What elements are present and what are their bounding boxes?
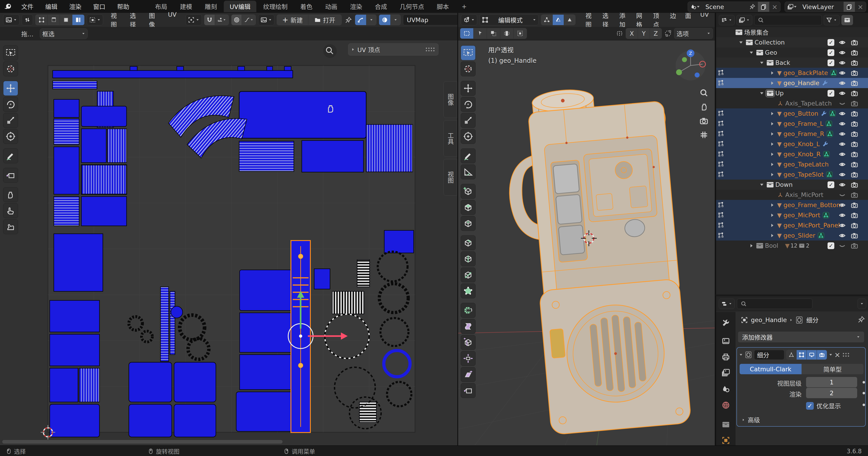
outliner-display-mode-dropdown[interactable] <box>737 15 752 25</box>
uv-image-new-button[interactable]: +新建 <box>277 15 308 25</box>
viewport-canvas[interactable] <box>458 40 715 445</box>
vp-zoom-icon[interactable] <box>700 89 708 97</box>
outliner-row-geo_MicPort_Panel[interactable]: ▼geo_MicPort_Panel <box>716 220 868 230</box>
vp-menu-view[interactable]: 视图 <box>582 13 597 27</box>
uv-overlays-toggle[interactable] <box>379 15 391 25</box>
optimal-display-checkbox[interactable]: ✓ <box>806 402 814 410</box>
properties-pin-icon[interactable] <box>858 316 865 323</box>
cam-toggle-icon[interactable] <box>850 169 859 180</box>
cam-toggle-icon[interactable] <box>850 200 859 210</box>
eye-toggle-icon[interactable] <box>838 37 847 47</box>
vp-falloff-icon[interactable] <box>664 30 672 37</box>
vp-options-dropdown[interactable]: 选项 <box>674 28 713 39</box>
modifier-render-toggle[interactable] <box>817 350 827 360</box>
modifier-drag-grip-icon[interactable] <box>842 352 850 357</box>
vp-ortho-toggle-icon[interactable] <box>700 131 708 139</box>
rotate-tool[interactable] <box>3 97 18 112</box>
uv-vertex-panel-grip-icon[interactable] <box>425 47 435 52</box>
outliner-row-场景集合[interactable]: 场景集合 <box>716 27 868 37</box>
collection-checkbox[interactable]: ✓ <box>827 37 835 47</box>
shrink-fatten-tool[interactable] <box>461 351 475 366</box>
tab-collection-icon[interactable] <box>719 418 733 431</box>
workspace-tab-geometry-nodes[interactable]: 几何节点 <box>394 1 430 12</box>
rotate-tool[interactable] <box>461 97 475 112</box>
outliner-row-geo_TapeLatch[interactable]: ▼geo_TapeLatch <box>716 159 868 169</box>
uv-snap-settings-dropdown[interactable] <box>215 15 229 25</box>
cursor-tool[interactable] <box>3 61 18 76</box>
uv-falloff-dropdown[interactable] <box>242 15 256 25</box>
eye-toggle-icon[interactable] <box>838 68 847 78</box>
collection-checkbox[interactable]: ✓ <box>827 47 835 58</box>
expand-closed-icon[interactable] <box>770 111 775 116</box>
tab-object-icon[interactable] <box>719 434 733 447</box>
workspace-tab-scripting[interactable]: 脚本 <box>431 1 455 12</box>
properties-search-input[interactable] <box>737 299 812 309</box>
levels-viewport-field[interactable]: 1 <box>806 377 857 387</box>
uv-overlays-dropdown[interactable] <box>391 15 401 25</box>
uv-pivot-dropdown[interactable] <box>186 14 202 25</box>
levels-render-field[interactable]: 2 <box>806 388 857 398</box>
outliner-row-geo_BackPlate[interactable]: ▼geo_BackPlate <box>716 68 868 78</box>
vp-select-box-variant[interactable] <box>460 28 473 39</box>
expand-closed-icon[interactable] <box>749 243 754 249</box>
outliner-row-Geo[interactable]: Geo✓ <box>716 47 868 58</box>
collection-checkbox[interactable]: ✓ <box>827 58 835 68</box>
outliner-row-Down[interactable]: Down✓ <box>716 180 868 190</box>
modifier-delete-button[interactable]: × <box>834 351 840 358</box>
subdiv-simple-button[interactable]: 简单型 <box>802 364 864 374</box>
scene-pin-icon[interactable] <box>747 2 758 12</box>
outliner-editor-type-dropdown[interactable] <box>719 15 735 25</box>
expand-open-icon[interactable] <box>759 182 765 188</box>
scale-tool[interactable] <box>461 113 475 128</box>
cam-toggle-icon[interactable] <box>850 220 859 230</box>
spin-tool[interactable] <box>461 303 475 318</box>
eye-toggle-icon[interactable] <box>838 200 847 210</box>
scene-browse-dropdown[interactable] <box>688 2 703 12</box>
vp-pan-icon[interactable] <box>700 102 708 111</box>
uv-select-edge-button[interactable] <box>48 15 60 25</box>
uv-select-island-button[interactable] <box>72 15 84 25</box>
annotate-tool[interactable] <box>461 149 475 163</box>
expand-open-icon[interactable] <box>759 60 765 65</box>
cam-toggle-icon[interactable] <box>850 108 859 119</box>
tab-view-layer-icon[interactable] <box>719 366 733 379</box>
breadcrumb-object-name[interactable]: geo_Handle <box>751 317 787 323</box>
eye-toggle-icon[interactable] <box>838 88 847 98</box>
workspace-tab-shading[interactable]: 着色 <box>294 1 318 12</box>
menu-render[interactable]: 渲染 <box>63 2 87 11</box>
outliner-row-geo_Knob_L[interactable]: ▼geo_Knob_L <box>716 139 868 149</box>
eye-toggle-icon[interactable] <box>838 230 847 240</box>
outliner-row-geo_MicPort[interactable]: ▼geo_MicPort <box>716 210 868 220</box>
modifier-realtime-toggle[interactable] <box>807 350 817 360</box>
rip-region-tool[interactable] <box>3 168 18 183</box>
cam-toggle-icon[interactable] <box>850 139 859 149</box>
bevel-tool[interactable] <box>461 235 475 250</box>
move-tool[interactable] <box>461 81 475 96</box>
blender-logo-icon[interactable] <box>3 2 13 11</box>
collection-checkbox[interactable]: ✓ <box>827 240 835 251</box>
cam-toggle-icon[interactable] <box>850 129 859 139</box>
vp-select-lasso-variant[interactable] <box>500 28 514 39</box>
properties-options-dropdown[interactable] <box>858 299 866 309</box>
uv-sync-selection-toggle[interactable] <box>22 14 33 25</box>
uv-sticky-select-dropdown[interactable] <box>87 14 103 25</box>
outliner-row-Back[interactable]: Back✓ <box>716 58 868 68</box>
camx-toggle-icon[interactable] <box>850 190 859 200</box>
poly-build-tool[interactable] <box>461 284 475 298</box>
expand-closed-icon[interactable] <box>770 202 775 208</box>
expand-closed-icon[interactable] <box>770 233 775 238</box>
workspace-tab-animation[interactable]: 动画 <box>319 1 343 12</box>
add-cube-tool[interactable] <box>461 184 475 199</box>
vp-menu-add[interactable]: 添加 <box>616 13 631 27</box>
viewport-editor-type-dropdown[interactable] <box>461 14 477 25</box>
eyeoff-toggle-icon[interactable] <box>838 240 847 251</box>
scale-tool[interactable] <box>3 113 18 128</box>
select-mode-vertex-button[interactable] <box>541 15 553 25</box>
cam-toggle-icon[interactable] <box>850 78 859 88</box>
uv-select-face-button[interactable] <box>60 15 72 25</box>
expand-closed-icon[interactable] <box>770 162 775 167</box>
uv-sidebar-tab-tool[interactable]: 工具 <box>443 120 457 157</box>
move-tool[interactable] <box>3 81 18 96</box>
outliner-row-geo_Frame_Bottom[interactable]: ▼geo_Frame_Bottom <box>716 200 868 210</box>
expand-closed-icon[interactable] <box>770 172 775 177</box>
